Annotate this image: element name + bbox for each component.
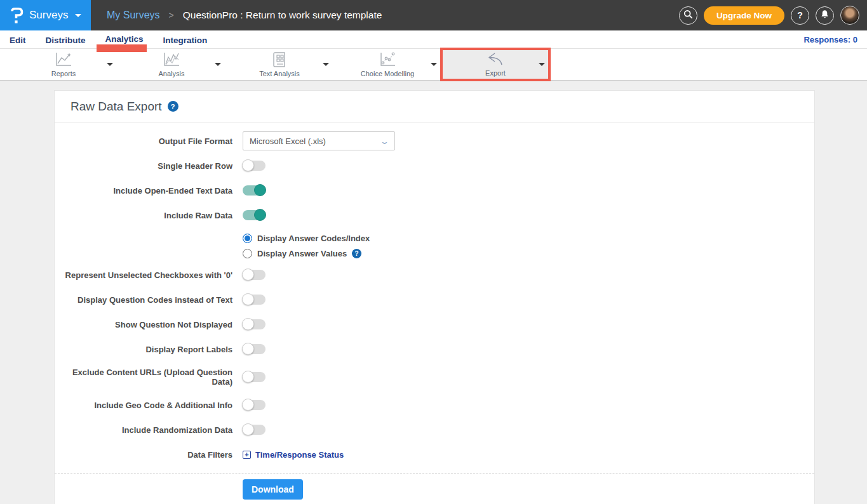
product-menu-label: Surveys (29, 9, 68, 22)
help-icon[interactable]: ? (352, 249, 361, 258)
export-arrow-icon (486, 52, 505, 67)
question-mark-icon: ? (797, 10, 803, 20)
responses-count: Responses: 0 (803, 35, 857, 44)
toolbar-item-choice-modelling[interactable]: Choice Modelling (333, 49, 441, 80)
report-labels-label: Display Report Labels (55, 345, 243, 354)
toggle-knob (242, 399, 254, 411)
include-open-ended-row: Include Open-Ended Text Data (55, 184, 814, 197)
represent-unselected-checkboxes-toggle[interactable] (243, 270, 265, 280)
toggle-knob (242, 371, 254, 383)
questionpro-logo-icon (10, 7, 24, 24)
output-file-format-label: Output File Format (55, 136, 243, 146)
output-file-format-select[interactable]: Microsoft Excel (.xls) ⌄ (243, 131, 395, 150)
display-report-labels-toggle[interactable] (243, 344, 265, 354)
page-title: QuestionPro : Return to work survey temp… (183, 10, 382, 21)
product-menu-surveys[interactable]: Surveys (0, 0, 91, 30)
annotation-red-underline (97, 44, 147, 52)
chevron-down-icon[interactable] (323, 63, 329, 66)
include-raw-data-toggle[interactable] (243, 210, 265, 220)
chevron-down-icon: ⌄ (380, 136, 389, 146)
unselected-checkboxes-row: Represent Unselected Checkboxes with '0' (55, 269, 814, 281)
chevron-down-icon[interactable] (215, 63, 221, 66)
toggle-knob (242, 318, 254, 330)
time-response-status-link[interactable]: + Time/Response Status (243, 450, 344, 460)
radio-option-answer-values[interactable]: Display Answer Values ? (243, 249, 814, 258)
toolbar-item-label: Reports (51, 70, 76, 77)
tab-edit[interactable]: Edit (10, 34, 26, 45)
show-question-not-displayed-toggle[interactable] (243, 319, 265, 329)
include-randomization-data-toggle[interactable] (243, 425, 265, 435)
toggle-knob (242, 343, 254, 355)
single-header-row-toggle[interactable] (243, 161, 265, 171)
toggle-knob (242, 159, 254, 171)
radio-label: Display Answer Values (257, 249, 347, 258)
topbar-actions: Upgrade Now ? (679, 0, 859, 30)
radio-unselected-icon[interactable] (243, 249, 252, 258)
download-button[interactable]: Download (243, 479, 303, 500)
selected-format-value: Microsoft Excel (.xls) (250, 136, 326, 146)
toggle-knob (254, 184, 266, 196)
geo-code-label: Include Geo Code & Additional Info (55, 401, 243, 410)
include-open-ended-label: Include Open-Ended Text Data (55, 186, 243, 196)
breadcrumb-my-surveys[interactable]: My Surveys (107, 10, 160, 21)
upgrade-now-button[interactable]: Upgrade Now (704, 6, 784, 25)
toolbar-item-analysis[interactable]: Analysis (118, 49, 225, 80)
line-chart-icon (54, 51, 73, 68)
chevron-down-icon[interactable] (107, 63, 113, 66)
search-icon (683, 10, 693, 21)
include-open-ended-toggle[interactable] (243, 185, 265, 196)
toolbar-item-label: Text Analysis (259, 70, 300, 77)
chevron-down-icon (75, 14, 81, 17)
notifications-button[interactable] (816, 6, 834, 25)
exclude-content-urls-row: Exclude Content URLs (Upload Question Da… (55, 368, 814, 387)
question-codes-row: Display Question Codes instead of Text (55, 293, 814, 306)
toolbar-item-label: Export (485, 69, 506, 77)
display-question-codes-toggle[interactable] (243, 295, 265, 305)
question-not-displayed-row: Show Question Not Displayed (55, 318, 814, 331)
search-button[interactable] (679, 6, 697, 25)
answer-display-radio-group: Display Answer Codes/Index Display Answe… (243, 234, 814, 258)
include-geo-code-toggle[interactable] (243, 400, 265, 410)
main-content: Raw Data Export ? Output File Format Mic… (0, 81, 867, 504)
chevron-down-icon[interactable] (539, 63, 545, 66)
help-icon[interactable]: ? (168, 101, 178, 112)
help-button[interactable]: ? (791, 6, 809, 25)
analytics-toolbar: Reports Analysis (0, 49, 867, 81)
radio-selected-icon[interactable] (243, 234, 252, 243)
toolbar-item-label: Choice Modelling (361, 70, 414, 77)
time-response-status-label: Time/Response Status (255, 450, 344, 460)
toolbar-item-export[interactable]: Export (441, 49, 549, 80)
question-codes-label: Display Question Codes instead of Text (55, 295, 243, 305)
exclude-content-urls-toggle[interactable] (243, 372, 265, 382)
download-row: Download (55, 474, 814, 504)
randomization-data-label: Include Randomization Data (55, 425, 243, 435)
export-options-form: Output File Format Microsoft Excel (.xls… (55, 123, 814, 504)
question-not-displayed-label: Show Question Not Displayed (55, 320, 243, 329)
tab-integration[interactable]: Integration (163, 34, 208, 45)
data-filters-row: Data Filters + Time/Response Status (55, 448, 814, 461)
radio-label: Display Answer Codes/Index (257, 234, 370, 243)
toggle-knob (254, 209, 266, 221)
bell-icon (820, 10, 830, 22)
chevron-down-icon[interactable] (431, 63, 437, 66)
report-labels-row: Display Report Labels (55, 343, 814, 355)
toggle-knob (242, 293, 254, 305)
include-raw-data-row: Include Raw Data (55, 209, 814, 222)
tab-analytics[interactable]: Analytics (105, 33, 144, 46)
data-filters-label: Data Filters (55, 450, 243, 460)
include-raw-data-label: Include Raw Data (55, 211, 243, 220)
single-header-row-label: Single Header Row (55, 161, 243, 171)
tab-distribute[interactable]: Distribute (46, 34, 86, 45)
toolbar-item-reports[interactable]: Reports (10, 49, 118, 80)
geo-code-row: Include Geo Code & Additional Info (55, 399, 814, 411)
top-bar: Surveys My Surveys > QuestionPro : Retur… (0, 0, 867, 30)
plus-square-icon: + (243, 451, 251, 459)
user-avatar[interactable] (840, 6, 859, 25)
single-header-row-row: Single Header Row (55, 159, 814, 172)
document-grid-icon (271, 51, 288, 68)
raw-data-export-panel: Raw Data Export ? Output File Format Mic… (54, 90, 815, 504)
radio-option-answer-codes[interactable]: Display Answer Codes/Index (243, 234, 814, 243)
toolbar-item-text-analysis[interactable]: Text Analysis (225, 49, 333, 80)
breadcrumb-separator: > (169, 10, 174, 20)
multi-line-chart-icon (162, 51, 181, 68)
